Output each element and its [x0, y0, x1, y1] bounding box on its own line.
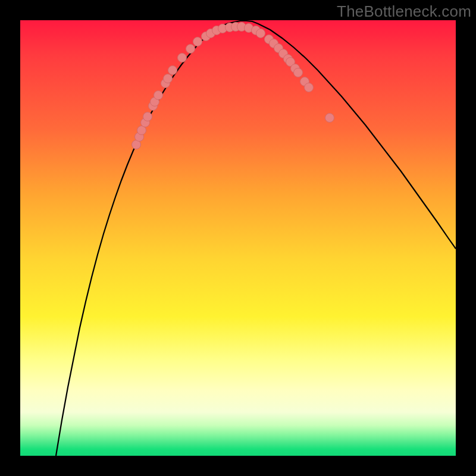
- curve-dot: [256, 29, 265, 38]
- curve-dot: [143, 112, 152, 121]
- curve-dot: [168, 66, 177, 75]
- curve-dot: [186, 45, 195, 54]
- bottleneck-curve: [56, 21, 456, 456]
- curve-dot: [305, 83, 314, 92]
- curve-dot: [294, 68, 303, 77]
- watermark-text: TheBottleneck.com: [337, 2, 471, 21]
- curve-dot: [154, 91, 163, 100]
- curve-dot: [178, 54, 187, 62]
- chart-overlay: [20, 20, 456, 456]
- curve-dots: [132, 23, 334, 149]
- curve-dot: [164, 74, 173, 83]
- chart-frame: TheBottleneck.com: [0, 0, 476, 476]
- curve-dot: [193, 37, 202, 46]
- curve-dot: [325, 114, 334, 123]
